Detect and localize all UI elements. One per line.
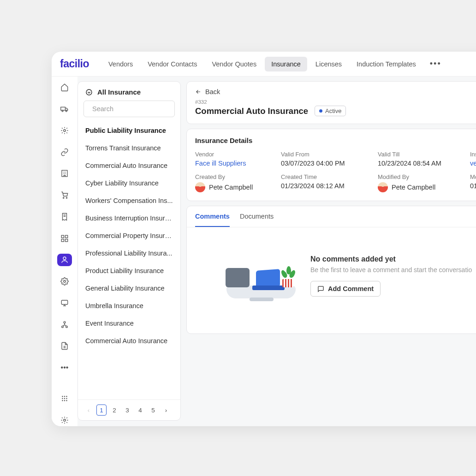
- created-time-label: Created Time: [281, 173, 378, 180]
- nav-tab-licenses[interactable]: Licenses: [309, 57, 348, 71]
- svg-point-11: [63, 257, 66, 260]
- list-item[interactable]: Commercial Property Insura...: [78, 227, 180, 244]
- svg-rect-0: [61, 107, 65, 110]
- svg-point-16: [66, 326, 68, 327]
- valid-from-value: 03/07/2023 04:00 PM: [281, 160, 378, 167]
- empty-subtitle: Be the first to leave a comment and star…: [310, 266, 472, 274]
- list-item[interactable]: Public Liability Insurance: [78, 122, 180, 139]
- mo-value: 01: [470, 182, 476, 190]
- brand-logo: facilio: [60, 58, 89, 70]
- nav-tab-vendor-contacts[interactable]: Vendor Contacts: [141, 57, 203, 71]
- empty-state: No comments added yet Be the first to le…: [187, 227, 476, 333]
- back-button[interactable]: Back: [195, 88, 476, 95]
- svg-point-25: [66, 400, 67, 401]
- svg-point-27: [86, 89, 92, 95]
- nav-tab-vendors[interactable]: Vendors: [102, 57, 139, 71]
- page-next[interactable]: ›: [161, 405, 171, 416]
- list-item[interactable]: Commercial Auto Insurance: [78, 332, 180, 350]
- insurance-list: Public Liability Insurance Torrens Trans…: [78, 122, 180, 399]
- list-item[interactable]: Torrens Transit Insurance: [78, 139, 180, 157]
- nav-tab-induction-templates[interactable]: Induction Templates: [350, 57, 422, 71]
- list-item[interactable]: Commercial Auto Insurance: [78, 157, 180, 174]
- chain-icon[interactable]: [57, 146, 72, 158]
- cog-icon[interactable]: [57, 414, 72, 426]
- home-icon[interactable]: [57, 81, 72, 94]
- tabs-card: Comments Documents: [186, 206, 476, 334]
- svg-point-6: [66, 197, 67, 198]
- building-icon[interactable]: [57, 167, 72, 180]
- svg-point-17: [62, 396, 63, 397]
- apps-icon[interactable]: [57, 393, 72, 405]
- details-title: Insurance Details: [195, 137, 476, 144]
- svg-point-5: [63, 197, 64, 198]
- list-item[interactable]: Product Liability Insurance: [78, 262, 180, 280]
- status-badge: Active: [315, 106, 346, 116]
- grid-icon[interactable]: [57, 232, 72, 244]
- vendor-label: Vendor: [195, 151, 281, 158]
- add-comment-button[interactable]: Add Comment: [310, 281, 381, 297]
- list-item[interactable]: General Liability Insurance: [78, 280, 180, 297]
- list-item[interactable]: Event Insurance: [78, 315, 180, 332]
- tab-strip: Comments Documents: [187, 206, 476, 227]
- brand-text: facilio: [60, 58, 89, 70]
- created-by-label: Created By: [195, 173, 281, 180]
- svg-point-22: [66, 398, 67, 399]
- nav-more-icon[interactable]: •••: [424, 56, 447, 71]
- vendor-value[interactable]: Face ill Suppliers: [195, 160, 281, 167]
- svg-point-19: [66, 396, 67, 397]
- search-input[interactable]: [83, 101, 175, 117]
- page-3[interactable]: 3: [122, 405, 132, 416]
- add-comment-label: Add Comment: [328, 285, 374, 292]
- avatar: [378, 182, 388, 192]
- display-icon[interactable]: [57, 297, 72, 309]
- created-by-name: Pete Campbell: [209, 184, 253, 191]
- tab-comments[interactable]: Comments: [195, 213, 230, 227]
- more-icon[interactable]: •••: [57, 362, 72, 374]
- avatar: [195, 182, 205, 192]
- body: ••• All Insurance Public Liability Insur…: [52, 77, 476, 426]
- svg-point-14: [64, 321, 65, 323]
- gear-icon[interactable]: [57, 125, 72, 137]
- tab-documents[interactable]: Documents: [240, 213, 274, 227]
- list-item[interactable]: Cyber Liability Insurance: [78, 174, 180, 192]
- list-title: All Insurance: [97, 88, 141, 96]
- record-header: Back #332 Commercial Auto Insurance Acti…: [186, 81, 476, 124]
- truck-icon[interactable]: [57, 103, 72, 115]
- top-bar: facilio Vendors Vendor Contacts Vendor Q…: [52, 52, 476, 77]
- cart-icon[interactable]: [57, 189, 72, 202]
- receipt-icon[interactable]: [57, 211, 72, 223]
- settings-icon[interactable]: [57, 275, 72, 288]
- empty-illustration: [222, 250, 300, 301]
- page-4[interactable]: 4: [135, 405, 145, 416]
- details-card: Insurance Details Vendor Face ill Suppli…: [186, 129, 476, 201]
- valid-till-label: Valid Till: [378, 151, 470, 158]
- empty-title: No comments added yet: [310, 255, 472, 263]
- side-rail: •••: [52, 77, 77, 426]
- svg-rect-9: [61, 239, 64, 241]
- mo-label: Mo: [470, 173, 476, 180]
- page-1[interactable]: 1: [96, 405, 107, 416]
- tree-icon[interactable]: [57, 318, 72, 331]
- list-header[interactable]: All Insurance: [78, 82, 180, 101]
- svg-point-1: [62, 110, 63, 112]
- page-2[interactable]: 2: [109, 405, 119, 416]
- person-icon[interactable]: [57, 254, 72, 266]
- list-item[interactable]: Professional Liability Insura...: [78, 244, 180, 262]
- list-item[interactable]: Workers' Compensation Ins...: [78, 192, 180, 209]
- svg-rect-4: [62, 171, 67, 177]
- valid-from-label: Valid From: [281, 151, 378, 158]
- back-label: Back: [205, 88, 220, 95]
- nav-tab-vendor-quotes[interactable]: Vendor Quotes: [205, 57, 263, 71]
- comment-icon: [317, 286, 324, 292]
- created-time-value: 01/23/2024 08:12 AM: [281, 182, 378, 190]
- doc-icon[interactable]: [57, 340, 72, 352]
- page-5[interactable]: 5: [148, 405, 158, 416]
- list-item[interactable]: Umbrella Insurance: [78, 297, 180, 315]
- list-item[interactable]: Business Interruption Insura...: [78, 209, 180, 227]
- page-prev[interactable]: ‹: [83, 405, 94, 416]
- svg-rect-13: [61, 300, 68, 304]
- nav-tab-insurance[interactable]: Insurance: [265, 57, 307, 71]
- ins-value[interactable]: ve: [470, 160, 476, 167]
- svg-rect-10: [65, 239, 68, 241]
- search-field[interactable]: [92, 105, 179, 113]
